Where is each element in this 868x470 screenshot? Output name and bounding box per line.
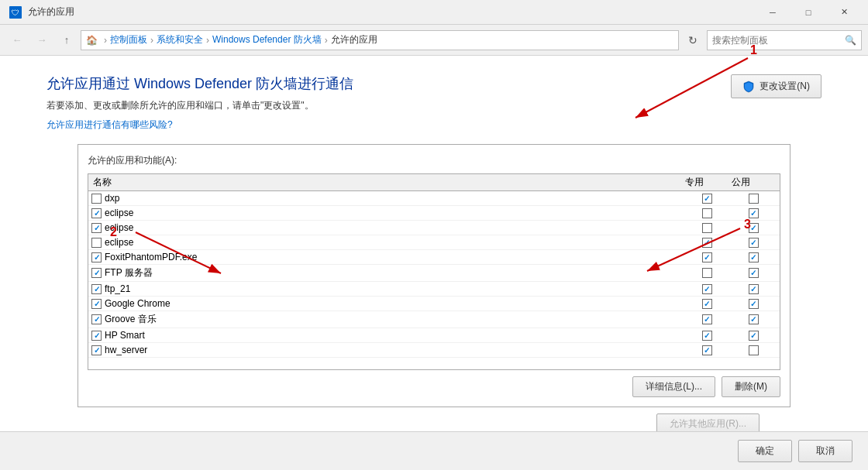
breadcrumb-item-2[interactable]: 系统和安全 bbox=[157, 33, 203, 46]
app-name-cell: eclipse bbox=[91, 222, 684, 233]
app-private-checkbox[interactable] bbox=[702, 268, 712, 278]
table-row[interactable]: eclipse bbox=[88, 221, 780, 235]
panel-label: 允许的应用和功能(A): bbox=[88, 154, 780, 167]
app-private-checkbox[interactable] bbox=[702, 331, 712, 341]
app-name-checkbox[interactable] bbox=[91, 299, 102, 309]
back-button[interactable]: ← bbox=[6, 29, 28, 51]
home-icon: 🏠 bbox=[86, 35, 98, 46]
table-row[interactable]: eclipse bbox=[88, 206, 780, 221]
app-name-checkbox[interactable] bbox=[91, 284, 102, 294]
app-private-cell bbox=[684, 299, 730, 309]
table-row[interactable]: hw_server bbox=[88, 343, 780, 358]
app-name-checkbox[interactable] bbox=[91, 238, 102, 248]
app-name-cell: Google Chrome bbox=[91, 298, 684, 309]
breadcrumb-sep: › bbox=[104, 35, 107, 46]
app-name-checkbox[interactable] bbox=[91, 345, 102, 355]
app-name-cell: hw_server bbox=[91, 345, 684, 355]
close-button[interactable]: ✕ bbox=[826, 0, 862, 25]
table-row[interactable]: Google Chrome bbox=[88, 297, 780, 311]
app-name-label: hw_server bbox=[105, 345, 147, 355]
window-controls: ─ □ ✕ bbox=[755, 0, 862, 25]
app-private-cell bbox=[684, 268, 730, 278]
column-public: 公用 bbox=[718, 176, 764, 189]
app-name-label: FTP 服务器 bbox=[105, 266, 153, 280]
app-public-checkbox[interactable] bbox=[749, 252, 759, 262]
app-private-cell bbox=[684, 284, 730, 294]
app-public-cell bbox=[730, 268, 777, 278]
app-public-cell bbox=[730, 223, 777, 233]
app-name-cell: eclipse bbox=[91, 237, 684, 248]
app-private-checkbox[interactable] bbox=[702, 345, 712, 355]
app-public-checkbox[interactable] bbox=[749, 238, 759, 248]
confirm-button[interactable]: 确定 bbox=[738, 440, 792, 462]
app-name-label: eclipse bbox=[105, 237, 133, 248]
up-button[interactable]: ↑ bbox=[56, 29, 78, 51]
app-name-checkbox[interactable] bbox=[91, 268, 102, 278]
apps-panel: 允许的应用和功能(A): 名称 专用 公用 dxpeclipseeclipsee… bbox=[78, 144, 790, 407]
app-private-checkbox[interactable] bbox=[702, 238, 712, 248]
app-name-checkbox[interactable] bbox=[91, 223, 102, 233]
table-row[interactable]: FTP 服务器 bbox=[88, 265, 780, 282]
app-name-checkbox[interactable] bbox=[91, 252, 102, 262]
app-private-checkbox[interactable] bbox=[702, 223, 712, 233]
table-row[interactable]: HP Smart bbox=[88, 328, 780, 343]
app-public-checkbox[interactable] bbox=[749, 194, 759, 204]
forward-button[interactable]: → bbox=[31, 29, 53, 51]
change-settings-button[interactable]: 更改设置(N) bbox=[731, 74, 822, 98]
app-private-cell bbox=[684, 314, 730, 324]
app-private-cell bbox=[684, 208, 730, 218]
breadcrumb-item-4: 允许的应用 bbox=[331, 33, 377, 46]
app-list: 名称 专用 公用 dxpeclipseeclipseeclipseFoxitPh… bbox=[88, 173, 780, 370]
minimize-button[interactable]: ─ bbox=[755, 0, 790, 25]
table-row[interactable]: eclipse bbox=[88, 235, 780, 250]
app-name-label: FoxitPhantomPDF.exe bbox=[105, 252, 197, 262]
table-row[interactable]: dxp bbox=[88, 191, 780, 206]
app-public-checkbox[interactable] bbox=[749, 299, 759, 309]
page-title: 允许应用通过 Windows Defender 防火墙进行通信 bbox=[46, 74, 731, 93]
app-name-checkbox[interactable] bbox=[91, 314, 102, 324]
table-row[interactable]: ftp_21 bbox=[88, 282, 780, 297]
breadcrumb-item-3[interactable]: Windows Defender 防火墙 bbox=[212, 33, 322, 46]
app-name-checkbox[interactable] bbox=[91, 331, 102, 341]
app-private-checkbox[interactable] bbox=[702, 299, 712, 309]
search-box: 🔍 bbox=[707, 30, 862, 50]
app-list-body[interactable]: dxpeclipseeclipseeclipseFoxitPhantomPDF.… bbox=[88, 191, 780, 369]
bottom-bar: 允许其他应用(R)... bbox=[46, 407, 822, 434]
app-name-checkbox[interactable] bbox=[91, 208, 102, 218]
delete-button[interactable]: 删除(M) bbox=[722, 376, 780, 397]
app-name-label: eclipse bbox=[105, 222, 133, 233]
app-public-checkbox[interactable] bbox=[749, 223, 759, 233]
app-public-cell bbox=[730, 331, 777, 341]
dialog-bottom: 确定 取消 bbox=[0, 431, 868, 470]
cancel-button[interactable]: 取消 bbox=[798, 440, 852, 462]
app-private-checkbox[interactable] bbox=[702, 252, 712, 262]
change-settings-label: 更改设置(N) bbox=[760, 80, 810, 93]
app-public-cell bbox=[730, 194, 777, 204]
breadcrumb-item-1[interactable]: 控制面板 bbox=[110, 33, 147, 46]
title-bar: 🛡 允许的应用 ─ □ ✕ bbox=[0, 0, 868, 25]
window-title: 允许的应用 bbox=[28, 5, 74, 19]
table-row[interactable]: FoxitPhantomPDF.exe bbox=[88, 250, 780, 265]
details-button[interactable]: 详细信息(L)... bbox=[632, 376, 715, 397]
panel-buttons: 详细信息(L)... 删除(M) bbox=[88, 376, 780, 397]
app-public-checkbox[interactable] bbox=[749, 284, 759, 294]
app-private-checkbox[interactable] bbox=[702, 284, 712, 294]
refresh-button[interactable]: ↻ bbox=[682, 29, 704, 51]
table-row[interactable]: Groove 音乐 bbox=[88, 311, 780, 328]
restore-button[interactable]: □ bbox=[790, 0, 826, 25]
app-public-checkbox[interactable] bbox=[749, 208, 759, 218]
app-private-cell bbox=[684, 331, 730, 341]
app-name-label: dxp bbox=[105, 193, 119, 204]
app-public-checkbox[interactable] bbox=[749, 331, 759, 341]
search-input[interactable] bbox=[712, 35, 845, 46]
app-private-checkbox[interactable] bbox=[702, 194, 712, 204]
app-name-checkbox[interactable] bbox=[91, 194, 102, 204]
app-public-checkbox[interactable] bbox=[749, 314, 759, 324]
app-public-cell bbox=[730, 284, 777, 294]
app-public-checkbox[interactable] bbox=[749, 345, 759, 355]
app-public-checkbox[interactable] bbox=[749, 268, 759, 278]
risk-link[interactable]: 允许应用进行通信有哪些风险? bbox=[46, 119, 173, 130]
app-private-checkbox[interactable] bbox=[702, 208, 712, 218]
app-name-cell: eclipse bbox=[91, 208, 684, 218]
app-private-checkbox[interactable] bbox=[702, 314, 712, 324]
